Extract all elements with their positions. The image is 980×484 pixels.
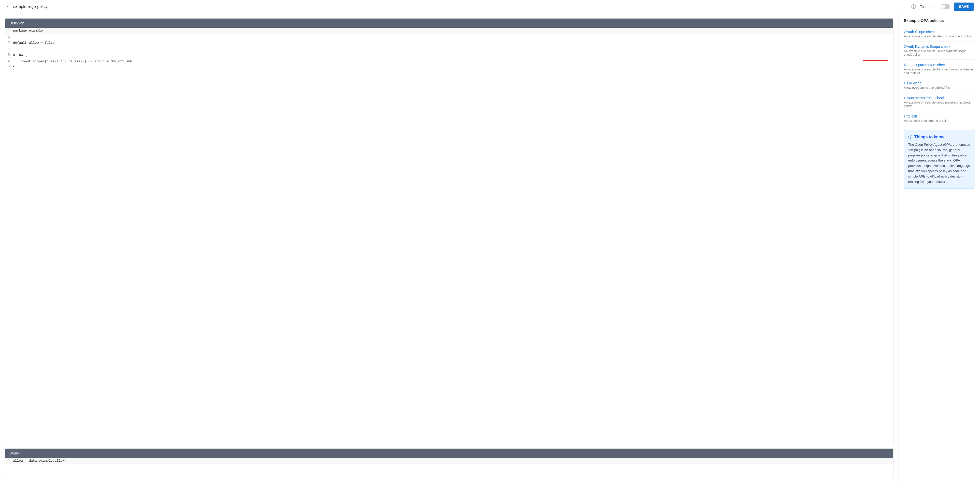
things-to-know-title: Things to know (914, 135, 944, 140)
policy-item-3[interactable]: Hello worldAllow everyone to use public … (904, 78, 975, 93)
info-icon: ⓘ (908, 134, 912, 140)
things-to-know-body: The Open Policy Agent (OPA, pronounced "… (908, 142, 970, 184)
line-num-2: 2 (5, 34, 13, 40)
back-icon[interactable]: ← (6, 4, 11, 9)
query-panel-header: Query (5, 449, 893, 458)
line-code-4 (13, 46, 893, 52)
policy-item-title-1: OAuth Dynamic Scope check (904, 44, 975, 49)
main-content: Definition 1package example23default all… (0, 13, 980, 484)
policy-item-2[interactable]: Request parameters checkAn example of a … (904, 60, 975, 78)
policy-item-desc-2: An example of a simple API check based o… (904, 68, 975, 75)
save-button[interactable]: SAVE (954, 3, 974, 11)
svg-marker-1 (886, 60, 888, 62)
header: ← sample-rego-policy ⓘ Test mode SAVE (0, 0, 980, 13)
definition-line-4: 4 (5, 46, 893, 52)
definition-panel: Definition 1package example23default all… (5, 18, 894, 444)
test-mode-label: Test mode (920, 5, 937, 9)
query-panel: Query 1allow = data.example.allow (5, 448, 894, 479)
definition-line-5: 5allow { (5, 52, 893, 59)
query-line-num-1: 1 (5, 458, 13, 464)
header-left: ← sample-rego-policy (6, 4, 48, 9)
policy-item-title-4: Group membership check (904, 96, 975, 100)
query-panel-body[interactable]: 1allow = data.example.allow (5, 458, 893, 464)
policy-item-desc-3: Allow everyone to use public APIs (904, 86, 975, 89)
policy-item-title-2: Request parameters check (904, 63, 975, 67)
things-header: ⓘ Things to know (908, 134, 970, 140)
line-num-7: 7 (5, 65, 13, 71)
policy-item-desc-1: An example of a simple OAuth dynamic sco… (904, 49, 975, 57)
definition-panel-header: Definition (5, 19, 893, 28)
help-icon[interactable]: ⓘ (911, 3, 916, 10)
query-line-1: 1allow = data.example.allow (5, 458, 893, 464)
line-num-4: 4 (5, 46, 13, 52)
line-code-1: package example (13, 28, 893, 34)
query-line-code-1: allow = data.example.allow (13, 458, 893, 464)
line-code-2 (13, 34, 893, 40)
sidebar: Example OPA policies OAuth Scope checkAn… (899, 13, 980, 484)
line-num-6: 6 (5, 59, 13, 65)
policy-item-desc-0: An example of a simple OAuth scope check… (904, 35, 975, 38)
editor-area: Definition 1package example23default all… (0, 13, 899, 484)
test-mode-toggle[interactable] (940, 4, 950, 9)
red-arrow (863, 59, 888, 65)
policy-item-title-3: Hello world (904, 81, 975, 85)
definition-panel-body[interactable]: 1package example23default allow = false4… (5, 28, 893, 71)
definition-line-1: 1package example (5, 28, 893, 34)
sidebar-title: Example OPA policies (904, 18, 975, 23)
line-code-3: default allow = false (13, 40, 893, 46)
line-num-1: 1 (5, 28, 13, 34)
line-code-6: input.scopes["users.*"].params[0] == inp… (13, 59, 893, 65)
query-code-table: 1allow = data.example.allow (5, 458, 893, 464)
policy-item-desc-4: An example of a simple group membership … (904, 101, 975, 108)
definition-line-7: 7} (5, 65, 893, 71)
policy-item-desc-5: An example of external http call (904, 119, 975, 122)
policy-item-5[interactable]: Http callAn example of external http cal… (904, 111, 975, 126)
page-title: sample-rego-policy (13, 4, 48, 9)
policy-item-title-0: OAuth Scope check (904, 30, 975, 34)
header-right: ⓘ Test mode SAVE (911, 3, 974, 11)
definition-line-6: 6 input.scopes["users.*"].params[0] == i… (5, 59, 893, 65)
policy-item-0[interactable]: OAuth Scope checkAn example of a simple … (904, 27, 975, 41)
line-num-3: 3 (5, 40, 13, 46)
line-num-5: 5 (5, 52, 13, 59)
policy-item-4[interactable]: Group membership checkAn example of a si… (904, 93, 975, 111)
policy-item-1[interactable]: OAuth Dynamic Scope checkAn example of a… (904, 41, 975, 60)
line-code-5: allow { (13, 52, 893, 59)
definition-line-2: 2 (5, 34, 893, 40)
line-code-7: } (13, 65, 893, 71)
policy-list: OAuth Scope checkAn example of a simple … (904, 27, 975, 126)
definition-code-table: 1package example23default allow = false4… (5, 28, 893, 71)
definition-line-3: 3default allow = false (5, 40, 893, 46)
things-to-know-box: ⓘ Things to know The Open Policy Agent (… (904, 130, 975, 189)
policy-item-title-5: Http call (904, 114, 975, 118)
